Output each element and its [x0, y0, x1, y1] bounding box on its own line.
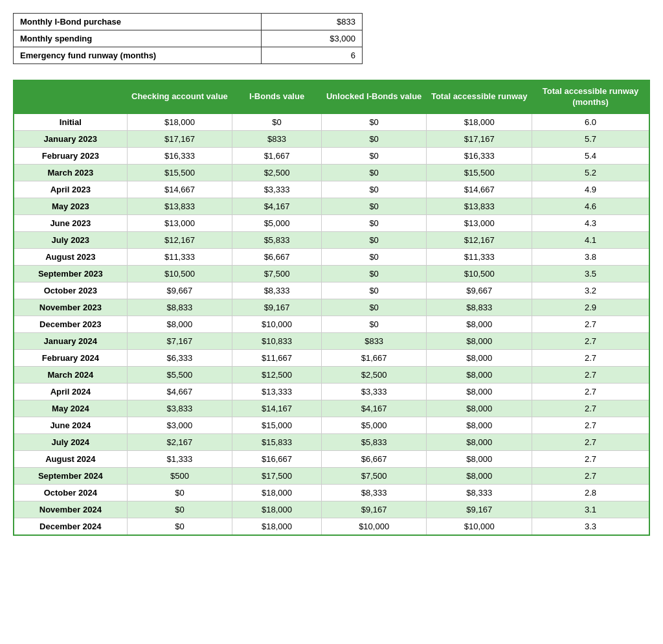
table-row: December 2023 $8,000 $10,000 $0 $8,000 2… — [14, 316, 649, 332]
summary-label: Monthly spending — [14, 30, 262, 47]
summary-value: $833 — [262, 14, 363, 30]
cell-checking: $0 — [127, 501, 232, 518]
table-row: November 2023 $8,833 $9,167 $0 $8,833 2.… — [14, 299, 649, 316]
cell-unlocked: $833 — [321, 332, 427, 349]
cell-ibonds: $12,500 — [232, 366, 322, 383]
cell-total-months: 2.8 — [532, 484, 649, 501]
cell-checking: $0 — [127, 484, 232, 501]
cell-checking: $8,000 — [127, 316, 232, 332]
cell-total-months: 4.1 — [532, 231, 649, 248]
cell-unlocked: $8,333 — [321, 484, 427, 501]
table-row: July 2023 $12,167 $5,833 $0 $12,167 4.1 — [14, 231, 649, 248]
cell-unlocked: $0 — [321, 147, 427, 164]
table-row: May 2024 $3,833 $14,167 $4,167 $8,000 2.… — [14, 400, 649, 417]
cell-total-accessible: $8,000 — [427, 366, 532, 383]
cell-total-accessible: $10,500 — [427, 265, 532, 282]
cell-ibonds: $5,000 — [232, 214, 322, 231]
cell-period: October 2023 — [14, 282, 127, 299]
cell-period: May 2024 — [14, 400, 127, 417]
cell-period: January 2024 — [14, 332, 127, 349]
cell-total-accessible: $15,500 — [427, 164, 532, 181]
cell-total-accessible: $9,667 — [427, 282, 532, 299]
table-row: October 2024 $0 $18,000 $8,333 $8,333 2.… — [14, 484, 649, 501]
cell-ibonds: $17,500 — [232, 467, 322, 484]
table-row: April 2024 $4,667 $13,333 $3,333 $8,000 … — [14, 383, 649, 400]
table-row: March 2024 $5,500 $12,500 $2,500 $8,000 … — [14, 366, 649, 383]
col-header-unlocked: Unlocked I-Bonds value — [321, 80, 427, 113]
cell-ibonds: $10,833 — [232, 332, 322, 349]
cell-total-accessible: $18,000 — [427, 113, 532, 130]
summary-value: 6 — [262, 47, 363, 64]
table-row: September 2023 $10,500 $7,500 $0 $10,500… — [14, 265, 649, 282]
cell-ibonds: $0 — [232, 113, 322, 130]
col-header-period — [14, 80, 127, 113]
cell-total-accessible: $8,000 — [427, 316, 532, 332]
cell-unlocked: $0 — [321, 214, 427, 231]
summary-table: Monthly I-Bond purchase $833 Monthly spe… — [13, 13, 363, 64]
cell-unlocked: $0 — [321, 130, 427, 147]
cell-unlocked: $9,167 — [321, 501, 427, 518]
cell-total-months: 3.8 — [532, 248, 649, 265]
cell-unlocked: $1,667 — [321, 349, 427, 366]
cell-total-months: 2.7 — [532, 467, 649, 484]
table-row: May 2023 $13,833 $4,167 $0 $13,833 4.6 — [14, 198, 649, 214]
summary-label: Monthly I-Bond purchase — [14, 14, 262, 30]
cell-total-months: 4.3 — [532, 214, 649, 231]
cell-total-accessible: $8,000 — [427, 332, 532, 349]
cell-unlocked: $0 — [321, 181, 427, 198]
cell-unlocked: $0 — [321, 316, 427, 332]
cell-total-accessible: $8,833 — [427, 299, 532, 316]
cell-period: March 2023 — [14, 164, 127, 181]
cell-total-accessible: $8,000 — [427, 450, 532, 467]
cell-period: May 2023 — [14, 198, 127, 214]
cell-total-months: 3.1 — [532, 501, 649, 518]
cell-total-accessible: $9,167 — [427, 501, 532, 518]
cell-total-months: 2.7 — [532, 383, 649, 400]
cell-checking: $10,500 — [127, 265, 232, 282]
table-row: January 2024 $7,167 $10,833 $833 $8,000 … — [14, 332, 649, 349]
cell-period: February 2023 — [14, 147, 127, 164]
cell-period: Initial — [14, 113, 127, 130]
cell-total-accessible: $14,667 — [427, 181, 532, 198]
cell-unlocked: $7,500 — [321, 467, 427, 484]
cell-checking: $15,500 — [127, 164, 232, 181]
cell-unlocked: $2,500 — [321, 366, 427, 383]
cell-checking: $500 — [127, 467, 232, 484]
cell-total-months: 2.7 — [532, 366, 649, 383]
cell-checking: $13,833 — [127, 198, 232, 214]
col-header-checking: Checking account value — [127, 80, 232, 113]
cell-checking: $14,667 — [127, 181, 232, 198]
cell-ibonds: $833 — [232, 130, 322, 147]
cell-ibonds: $18,000 — [232, 518, 322, 535]
cell-total-accessible: $13,833 — [427, 198, 532, 214]
cell-period: March 2024 — [14, 366, 127, 383]
cell-total-months: 2.7 — [532, 400, 649, 417]
cell-ibonds: $8,333 — [232, 282, 322, 299]
cell-total-months: 2.7 — [532, 316, 649, 332]
summary-label: Emergency fund runway (months) — [14, 47, 262, 64]
summary-row: Emergency fund runway (months) 6 — [14, 47, 363, 64]
cell-ibonds: $18,000 — [232, 484, 322, 501]
cell-ibonds: $16,667 — [232, 450, 322, 467]
cell-ibonds: $4,167 — [232, 198, 322, 214]
table-row: October 2023 $9,667 $8,333 $0 $9,667 3.2 — [14, 282, 649, 299]
cell-period: December 2023 — [14, 316, 127, 332]
main-data-table: Checking account value I-Bonds value Unl… — [13, 80, 650, 536]
table-row: December 2024 $0 $18,000 $10,000 $10,000… — [14, 518, 649, 535]
cell-ibonds: $18,000 — [232, 501, 322, 518]
cell-unlocked: $10,000 — [321, 518, 427, 535]
cell-checking: $3,833 — [127, 400, 232, 417]
cell-unlocked: $0 — [321, 164, 427, 181]
cell-ibonds: $15,833 — [232, 433, 322, 450]
table-row: February 2023 $16,333 $1,667 $0 $16,333 … — [14, 147, 649, 164]
cell-total-accessible: $16,333 — [427, 147, 532, 164]
cell-ibonds: $10,000 — [232, 316, 322, 332]
cell-unlocked: $0 — [321, 231, 427, 248]
cell-checking: $8,833 — [127, 299, 232, 316]
table-row: Initial $18,000 $0 $0 $18,000 6.0 — [14, 113, 649, 130]
cell-total-months: 2.7 — [532, 349, 649, 366]
cell-total-months: 4.9 — [532, 181, 649, 198]
cell-unlocked: $5,000 — [321, 417, 427, 433]
cell-total-accessible: $12,167 — [427, 231, 532, 248]
table-row: June 2023 $13,000 $5,000 $0 $13,000 4.3 — [14, 214, 649, 231]
